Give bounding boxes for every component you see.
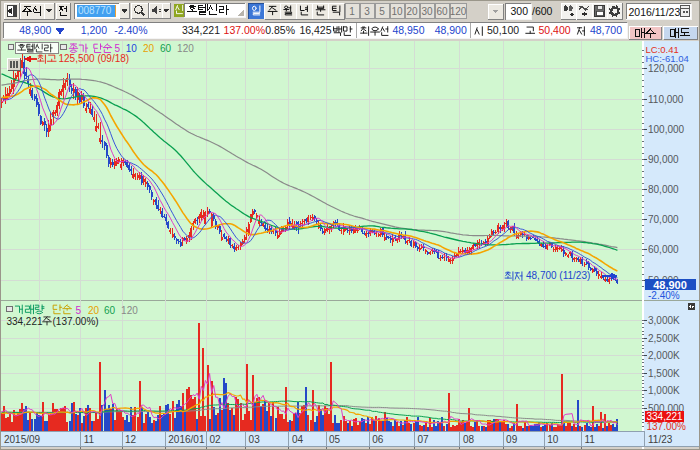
svg-text:2,500K: 2,500K [648,333,680,344]
svg-text:334,221: 334,221 [6,316,43,327]
svg-text:80,000: 80,000 [648,184,679,195]
svg-text:48,900: 48,900 [19,24,51,36]
svg-text:120: 120 [177,43,194,54]
svg-text:2015/09: 2015/09 [4,434,41,445]
svg-text:5: 5 [75,305,81,316]
svg-text:1,200: 1,200 [81,24,107,36]
svg-text:120: 120 [121,305,138,316]
svg-text:60: 60 [160,43,172,54]
svg-text:0.85%: 0.85% [265,24,295,36]
svg-text:20: 20 [406,6,418,17]
svg-text:50,400: 50,400 [538,24,570,36]
svg-text:10: 10 [391,6,403,17]
svg-text:120: 120 [450,6,467,17]
svg-text:12: 12 [125,434,137,445]
svg-text:-2.40%: -2.40% [648,290,680,301]
svg-text:334,221: 334,221 [182,24,220,36]
svg-text:02: 02 [210,434,222,445]
svg-text:48,950: 48,950 [392,24,424,36]
svg-text:125,500 (09/18): 125,500 (09/18) [59,53,130,64]
svg-text:10: 10 [126,43,138,54]
svg-text:HC:-61.04: HC:-61.04 [646,53,689,64]
svg-text:16,425: 16,425 [299,24,331,36]
svg-text:2016/01: 2016/01 [168,434,205,445]
svg-text:20: 20 [88,305,100,316]
svg-text:/600: /600 [532,5,553,17]
svg-text:48,700 (11/23): 48,700 (11/23) [526,270,590,281]
svg-text:10: 10 [547,434,559,445]
svg-text:11: 11 [84,434,95,445]
svg-text:008770: 008770 [78,5,112,16]
svg-text:1: 1 [349,6,355,17]
svg-text:(137.00%): (137.00%) [53,316,99,327]
svg-text:-2.40%: -2.40% [114,24,147,36]
svg-text:20: 20 [143,43,155,54]
svg-text:3,000K: 3,000K [648,315,680,326]
svg-text:08: 08 [463,434,475,445]
svg-text:06: 06 [372,434,384,445]
svg-text:05: 05 [329,434,341,445]
svg-text:48,900: 48,900 [435,24,467,36]
svg-text:110,000: 110,000 [648,94,684,105]
svg-text:11/23: 11/23 [648,434,673,445]
svg-text:48,700: 48,700 [590,24,622,36]
svg-text:60: 60 [104,305,116,316]
svg-text:5: 5 [115,43,121,54]
svg-text:300: 300 [510,5,528,17]
svg-text:03: 03 [249,434,261,445]
svg-text:120,000: 120,000 [648,63,685,74]
svg-text:100,000: 100,000 [648,124,685,135]
svg-text:09: 09 [506,434,518,445]
svg-text:48,900: 48,900 [653,279,687,291]
svg-text:60,000: 60,000 [648,244,679,255]
svg-text:137.00%: 137.00% [647,421,687,432]
svg-text:04: 04 [292,434,304,445]
svg-text:137.00%: 137.00% [224,24,265,36]
svg-text:1,500K: 1,500K [648,368,680,379]
svg-text:2,000K: 2,000K [648,350,680,361]
svg-text:30: 30 [421,6,433,17]
svg-text:07: 07 [418,434,430,445]
svg-text:50,100: 50,100 [487,24,519,36]
svg-text:70,000: 70,000 [648,214,679,225]
svg-text:2016/11/23: 2016/11/23 [629,6,681,18]
svg-text:90,000: 90,000 [648,154,679,165]
svg-text:60: 60 [436,6,448,17]
svg-text:5: 5 [379,6,385,17]
svg-text:1,000K: 1,000K [648,385,680,396]
svg-text:3: 3 [364,6,370,17]
svg-text:11: 11 [584,434,595,445]
